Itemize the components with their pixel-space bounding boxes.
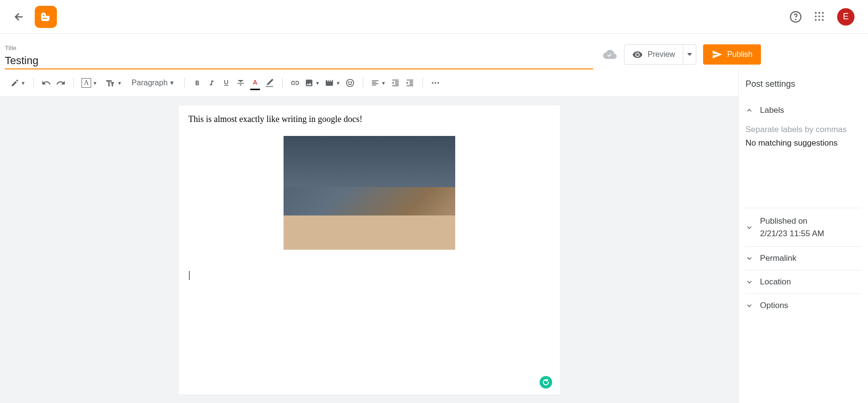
compose-mode-button[interactable]: ▼ — [9, 76, 27, 90]
post-settings-sidebar: Post settings Labels Separate labels by … — [739, 69, 868, 403]
image-icon — [305, 79, 313, 87]
labels-body: Separate labels by commas No matching su… — [746, 125, 861, 148]
document[interactable]: This is almost exactly like writing in g… — [179, 106, 560, 394]
text-color-icon — [251, 79, 259, 87]
svg-point-12 — [349, 82, 350, 83]
indent-increase-icon — [406, 79, 414, 87]
text-size-icon — [105, 79, 116, 87]
help-icon — [789, 11, 802, 23]
document-image[interactable] — [284, 136, 455, 250]
labels-input-placeholder[interactable]: Separate labels by commas — [746, 125, 861, 134]
caret-down-icon: ▼ — [336, 81, 340, 86]
location-header[interactable]: Location — [746, 277, 861, 287]
blogger-logo[interactable] — [35, 6, 57, 28]
emoji-button[interactable] — [343, 76, 357, 90]
svg-point-7 — [822, 15, 824, 17]
undo-icon — [41, 78, 51, 88]
labels-suggestion-text: No matching suggestions — [746, 138, 861, 148]
separator — [73, 78, 74, 88]
title-label: Title — [5, 44, 593, 52]
editor-area: ▼ A ▼ ▼ Paragraph ▼ — [0, 69, 739, 403]
align-left-icon — [371, 79, 380, 87]
paragraph-style-button[interactable]: Paragraph ▼ — [128, 79, 179, 87]
title-actions: Preview Publish — [603, 44, 761, 69]
title-input[interactable] — [5, 54, 593, 69]
more-button[interactable] — [429, 76, 442, 90]
align-button[interactable]: ▼ — [369, 76, 388, 90]
editor-canvas[interactable]: This is almost exactly like writing in g… — [0, 97, 738, 403]
underline-button[interactable] — [219, 76, 233, 90]
indent-increase-button[interactable] — [403, 76, 417, 90]
workspace: ▼ A ▼ ▼ Paragraph ▼ — [0, 69, 868, 403]
paragraph-label: Paragraph — [132, 79, 168, 87]
image-button[interactable]: ▼ — [303, 76, 322, 90]
text-cursor: | — [189, 269, 550, 280]
header-left — [14, 6, 57, 28]
separator — [422, 78, 423, 88]
grammarly-widget[interactable] — [540, 376, 552, 389]
svg-point-15 — [435, 82, 436, 83]
undo-button[interactable] — [40, 76, 53, 90]
published-line1: Published on — [760, 215, 824, 228]
preview-button[interactable]: Preview — [624, 44, 696, 65]
cloud-saved-icon — [603, 49, 617, 60]
eye-icon — [632, 49, 643, 60]
separator — [363, 78, 363, 88]
title-field-wrap: Title — [5, 44, 593, 69]
help-button[interactable] — [789, 10, 802, 24]
svg-point-2 — [815, 12, 817, 13]
chevron-up-icon — [746, 107, 753, 114]
font-family-button[interactable]: A ▼ — [80, 76, 99, 90]
chevron-down-icon — [746, 278, 753, 286]
labels-heading: Labels — [760, 106, 784, 115]
separator — [33, 78, 34, 88]
published-date: Published on 2/21/23 11:55 AM — [760, 215, 824, 240]
color-underline — [250, 89, 260, 90]
arrow-left-icon — [14, 11, 25, 23]
highlight-button[interactable] — [263, 76, 276, 90]
italic-button[interactable] — [205, 76, 218, 90]
indent-decrease-button[interactable] — [389, 76, 402, 90]
redo-icon — [56, 78, 66, 88]
account-avatar[interactable]: E — [837, 8, 854, 26]
caret-down-icon: ▼ — [169, 80, 175, 86]
published-header[interactable]: Published on 2/21/23 11:55 AM — [746, 215, 861, 240]
font-size-button[interactable]: ▼ — [103, 76, 124, 90]
svg-point-9 — [818, 19, 820, 21]
send-icon — [712, 49, 722, 60]
chevron-down-icon — [746, 302, 753, 309]
permalink-section: Permalink — [746, 247, 861, 270]
chevron-down-icon — [746, 255, 753, 262]
video-icon — [325, 79, 334, 87]
svg-point-8 — [815, 19, 817, 21]
redo-button[interactable] — [54, 76, 68, 90]
preview-main[interactable]: Preview — [624, 45, 683, 64]
video-button[interactable]: ▼ — [323, 76, 342, 90]
back-button[interactable] — [14, 11, 25, 23]
publish-button[interactable]: Publish — [703, 44, 761, 65]
preview-dropdown[interactable] — [683, 45, 696, 64]
labels-section: Labels Separate labels by commas No matc… — [746, 99, 861, 208]
sidebar-title: Post settings — [746, 79, 861, 89]
apps-button[interactable] — [814, 11, 826, 23]
underline-icon — [222, 79, 230, 87]
strikethrough-button[interactable] — [234, 76, 247, 90]
permalink-header[interactable]: Permalink — [746, 254, 861, 263]
options-header[interactable]: Options — [746, 301, 861, 310]
document-text-line[interactable]: This is almost exactly like writing in g… — [189, 114, 550, 124]
font-a-icon: A — [81, 78, 91, 88]
bold-button[interactable] — [190, 76, 204, 90]
caret-down-icon: ▼ — [21, 81, 26, 86]
svg-point-3 — [818, 12, 820, 13]
location-heading: Location — [760, 277, 791, 287]
location-section: Location — [746, 270, 861, 294]
more-horizontal-icon — [431, 78, 440, 88]
text-color-button[interactable] — [248, 76, 262, 90]
apps-grid-icon — [814, 11, 825, 22]
svg-point-11 — [347, 80, 354, 87]
link-button[interactable] — [288, 76, 302, 90]
publish-label: Publish — [727, 50, 752, 59]
bold-icon — [193, 79, 201, 87]
pencil-icon — [11, 79, 19, 87]
labels-header[interactable]: Labels — [746, 106, 861, 115]
